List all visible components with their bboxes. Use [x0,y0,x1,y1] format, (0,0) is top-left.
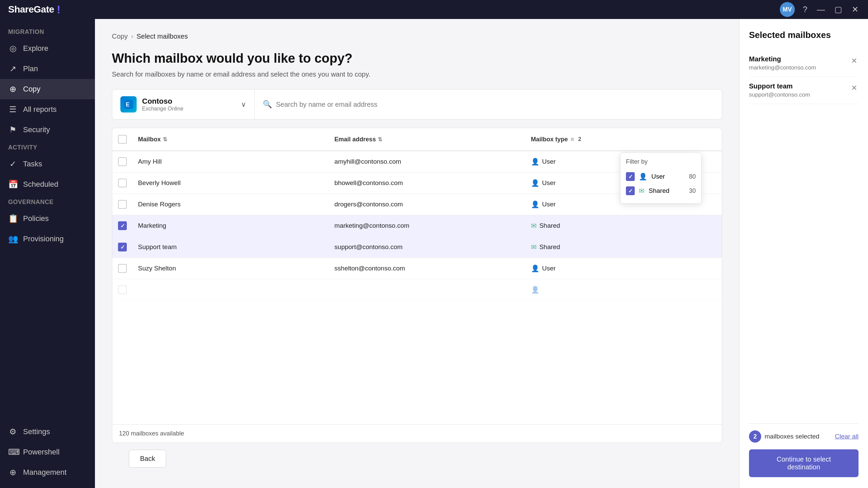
filter-option-shared[interactable]: ✉ Shared 30 [626,184,696,198]
row-email-marketing: marketing@contonso.com [329,216,525,236]
checkbox-amy-hill[interactable] [118,157,127,166]
filter-option-user[interactable]: 👤 User 80 [626,169,696,184]
settings-icon: ⚙ [8,427,18,436]
avatar-button[interactable]: MV [780,2,795,17]
remove-support-team-button[interactable]: ✕ [850,82,859,94]
type-label: Shared [539,222,560,229]
table-row: Marketing marketing@contonso.com ✉ Share… [112,215,722,237]
table-row: Suzy Shelton sshelton@contonso.com 👤 Use… [112,258,722,279]
page-heading: Which mailbox would you like to copy? [112,51,722,66]
filter-user-checkbox[interactable] [626,172,635,181]
table-row: 👤 [112,279,722,301]
app-logo: ShareGate! [8,3,60,16]
row-checkbox-marketing[interactable] [112,215,133,236]
breadcrumb: Copy › Select mailboxes [112,33,722,40]
security-icon: ⚑ [8,125,18,135]
powershell-icon: ⌨ [8,447,18,457]
user-icon: 👤 [531,200,539,208]
page-subtext: Search for mailboxes by name or email ad… [112,70,722,78]
type-label: User [542,201,556,208]
source-name: Contoso [142,97,183,106]
remove-marketing-button[interactable]: ✕ [850,55,859,67]
checkbox-marketing[interactable] [118,221,127,230]
checkbox-partial[interactable] [118,285,127,294]
row-email-support-team: support@contonso.com [329,237,525,257]
row-checkbox-beverly-howell[interactable] [112,172,133,194]
row-checkbox-suzy-shelton[interactable] [112,258,133,279]
row-type-support-team: ✉ Shared [526,237,722,257]
all-reports-icon: ☰ [8,105,18,114]
mailbox-sort-icon[interactable]: ⇅ [163,136,167,143]
sidebar: MIGRATION ◎ Explore ↗ Plan ⊕ Copy ☰ All … [0,19,95,488]
checkbox-beverly-howell[interactable] [118,179,127,187]
breadcrumb-current: Select mailboxes [137,33,188,40]
sidebar-item-explore[interactable]: ◎ Explore [0,38,95,59]
maximize-button[interactable]: ▢ [833,3,844,16]
search-icon: 🔍 [263,100,272,109]
row-name-marketing: Marketing [133,216,329,236]
continue-button[interactable]: Continue to select destination [749,449,859,477]
filter-shared-checkbox[interactable] [626,186,635,195]
sidebar-item-label: Provisioning [23,235,64,243]
selected-email: support@contonso.com [749,92,810,98]
sidebar-item-plan[interactable]: ↗ Plan [0,59,95,79]
type-label: Shared [539,243,560,251]
minimize-button[interactable]: — [815,3,826,16]
sidebar-item-label: Scheduled [23,180,58,189]
bottom-bar: Back [112,443,722,474]
right-panel: Selected mailboxes Marketing marketing@c… [739,19,868,488]
table-row: Support team support@contonso.com ✉ Shar… [112,237,722,258]
filter-shared-count: 30 [689,187,696,195]
sidebar-item-copy[interactable]: ⊕ Copy [0,79,95,99]
filter-count: 2 [578,136,581,142]
main-layout: MIGRATION ◎ Explore ↗ Plan ⊕ Copy ☰ All … [0,19,868,488]
shared-icon: ✉ [531,243,537,251]
sidebar-item-all-reports[interactable]: ☰ All reports [0,99,95,120]
row-name-suzy-shelton: Suzy Shelton [133,259,329,278]
row-email-denise-rogers: drogers@contonso.com [329,195,525,214]
breadcrumb-parent[interactable]: Copy [112,33,128,40]
svg-text:E: E [126,102,130,107]
type-filter-icon[interactable]: ≡ [571,136,574,143]
help-button[interactable]: ? [802,3,809,16]
sidebar-item-policies[interactable]: 📋 Policies [0,208,95,229]
selected-name: Support team [749,82,810,90]
clear-all-button[interactable]: Clear all [835,433,859,440]
row-checkbox-denise-rogers[interactable] [112,194,133,215]
source-selector: E Contoso Exchange Online ∨ 🔍 [112,89,722,120]
explore-icon: ◎ [8,44,18,53]
sidebar-item-management[interactable]: ⊕ Management [0,462,95,483]
sidebar-item-label: Plan [23,64,38,73]
plan-icon: ↗ [8,64,18,74]
sidebar-item-label: Tasks [23,160,42,168]
filter-dropdown: Filter by 👤 User 80 ✉ Shared [620,152,702,204]
th-email: Email address ⇅ [329,128,525,150]
row-checkbox-support-team[interactable] [112,237,133,258]
type-label: User [542,265,556,272]
shared-type-icon: ✉ [639,187,645,195]
back-button[interactable]: Back [129,450,166,468]
sidebar-item-scheduled[interactable]: 📅 Scheduled [0,174,95,195]
sidebar-item-tasks[interactable]: ✓ Tasks [0,154,95,174]
search-input[interactable] [276,101,714,108]
checkbox-support-team[interactable] [118,243,127,251]
email-sort-icon[interactable]: ⇅ [378,136,382,143]
mailbox-table: Mailbox ⇅ Email address ⇅ Mailbox type ≡… [112,128,722,443]
checkbox-denise-rogers[interactable] [118,200,127,209]
title-bar: ShareGate! MV ? — ▢ ✕ [0,0,868,19]
sidebar-item-powershell[interactable]: ⌨ Powershell [0,442,95,462]
close-button[interactable]: ✕ [850,3,860,16]
row-name-denise-rogers: Denise Rogers [133,195,329,214]
th-type-label: Mailbox type [531,136,568,143]
selected-count-text: mailboxes selected [765,433,820,440]
content-inner: Copy › Select mailboxes Which mailbox wo… [95,19,868,488]
header-checkbox[interactable] [118,135,127,144]
sidebar-item-provisioning[interactable]: 👥 Provisioning [0,229,95,249]
row-checkbox-amy-hill[interactable] [112,151,133,172]
checkbox-suzy-shelton[interactable] [118,264,127,273]
source-selector-dropdown[interactable]: E Contoso Exchange Online ∨ [112,89,255,119]
row-email-beverly-howell: bhowell@contonso.com [329,173,525,193]
sidebar-item-settings[interactable]: ⚙ Settings [0,422,95,442]
sidebar-item-security[interactable]: ⚑ Security [0,120,95,140]
breadcrumb-separator: › [131,33,133,40]
